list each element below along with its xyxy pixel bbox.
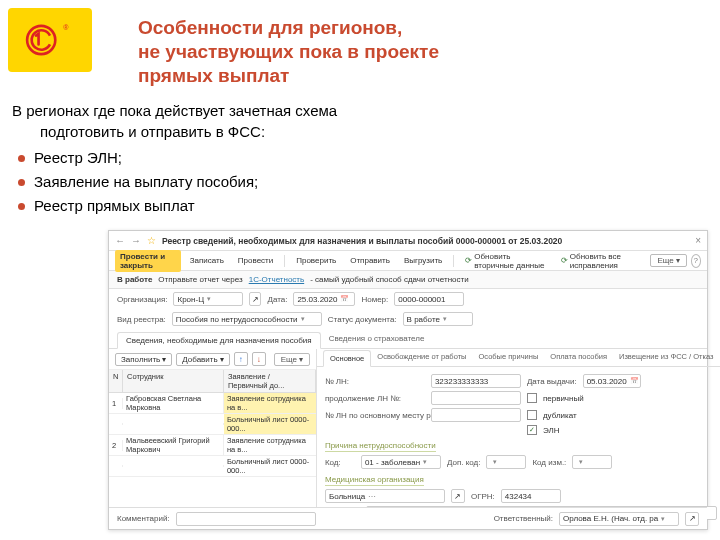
org-open-button[interactable]: ↗ [249, 292, 261, 306]
duplicate-checkbox[interactable] [527, 410, 537, 420]
continuation-label: продолжение ЛН №: [325, 394, 425, 403]
help-button[interactable]: ? [691, 254, 701, 268]
intro-line: В регионах где пока действует зачетная с… [12, 101, 712, 121]
eln-checkbox[interactable]: ✓ [527, 425, 537, 435]
responsible-field[interactable]: Орлова Е.Н. (Нач. отд. ра [559, 512, 679, 526]
window-titlebar: ← → ☆ Реестр сведений, необходимых для н… [109, 231, 707, 251]
bullet-item: Реестр ЭЛН; [12, 148, 712, 168]
table-row[interactable]: Больничный лист 0000-000... [109, 456, 316, 477]
banner-status: В работе [117, 275, 152, 284]
rtab-main[interactable]: Основное [323, 350, 371, 367]
intro-line: подготовить и отправить в ФСС: [40, 122, 712, 142]
comment-field[interactable] [176, 512, 316, 526]
table-row[interactable]: 2 Мальвеевский Григорий Маркович Заявлен… [109, 435, 316, 456]
refresh-button[interactable]: ⟳Обновить вторичные данные [460, 250, 552, 272]
add-button[interactable]: Добавить ▾ [176, 353, 229, 366]
nav-back-icon[interactable]: ← [115, 235, 125, 246]
slide-title: Особенности для регионов, не участвующих… [138, 16, 712, 87]
export-button[interactable]: Выгрузить [399, 254, 447, 267]
tab-insurer[interactable]: Сведения о страхователе [321, 331, 433, 348]
close-icon[interactable]: × [695, 235, 701, 246]
bullet-item: Заявление на выплату пособия; [12, 172, 712, 192]
col-employee: Сотрудник [123, 370, 224, 392]
send-button[interactable]: Отправить [345, 254, 395, 267]
cause-section: Причина нетрудоспособности [325, 440, 436, 452]
title-line: не участвующих пока в проекте [138, 40, 712, 64]
rtab-special[interactable]: Особые причины [472, 349, 544, 366]
rtab-release[interactable]: Освобождение от работы [371, 349, 472, 366]
codechange-field[interactable] [572, 455, 612, 469]
comment-label: Комментарий: [117, 514, 170, 523]
main-toolbar: Провести и закрыть Записать Провести Про… [109, 251, 707, 271]
issue-date-label: Дата выдачи: [527, 377, 577, 386]
number-label: Номер: [361, 295, 388, 304]
info-banner: В работе Отправьте отчет через 1С-Отчетн… [109, 271, 707, 289]
responsible-label: Ответственный: [494, 514, 553, 523]
window-footer: Комментарий: Ответственный: Орлова Е.Н. … [109, 507, 707, 529]
main-tabs: Сведения, необходимые для назначения пос… [109, 331, 707, 349]
status-label: Статус документа: [328, 315, 397, 324]
addcode-field[interactable] [486, 455, 526, 469]
detail-panel: Основное Освобождение от работы Особые п… [317, 349, 720, 529]
tab-info[interactable]: Сведения, необходимые для назначения пос… [117, 332, 321, 349]
nav-fwd-icon[interactable]: → [131, 235, 141, 246]
star-icon[interactable]: ☆ [147, 235, 156, 246]
continuation-field[interactable] [431, 391, 521, 405]
app-window: ← → ☆ Реестр сведений, необходимых для н… [108, 230, 708, 530]
kind-field[interactable]: Пособия по нетрудоспособности [172, 312, 322, 326]
banner-link[interactable]: 1С-Отчетность [249, 275, 305, 284]
rtab-notice[interactable]: Извещение из ФСС / Отказ [613, 349, 719, 366]
col-document: Заявление / Первичный до... [224, 370, 316, 392]
table-row[interactable]: Больничный лист 0000-000... [109, 414, 316, 435]
col-n: N [109, 370, 123, 392]
org-label: Организация: [117, 295, 167, 304]
ln-field[interactable]: 323233333333 [431, 374, 521, 388]
window-title: Реестр сведений, необходимых для назначе… [162, 236, 689, 246]
addcode-label: Доп. код: [447, 458, 481, 467]
ogrn-label: ОГРН: [471, 492, 495, 501]
bullet-item: Реестр прямых выплат [12, 196, 712, 216]
kind-label: Вид реестра: [117, 315, 166, 324]
date-label: Дата: [267, 295, 287, 304]
employee-grid-panel: Заполнить ▾ Добавить ▾ ↑ ↓ Еще▾ N Сотруд… [109, 349, 317, 529]
responsible-open-button[interactable]: ↗ [685, 512, 699, 526]
post-button[interactable]: Провести [233, 254, 278, 267]
date-field[interactable]: 25.03.2020 [293, 292, 355, 306]
post-and-close-button[interactable]: Провести и закрыть [115, 250, 181, 272]
move-up-button[interactable]: ↑ [234, 352, 248, 366]
banner-text: - самый удобный способ сдачи отчетности [310, 275, 468, 284]
move-down-button[interactable]: ↓ [252, 352, 266, 366]
medorg-field[interactable]: Больница [325, 489, 445, 503]
logo-1c: ® [8, 8, 92, 72]
org-field[interactable]: Крон-Ц [173, 292, 243, 306]
mainplace-label: № ЛН по основному месту работы: [325, 411, 425, 420]
title-line: Особенности для регионов, [138, 16, 712, 40]
ln-label: № ЛН: [325, 377, 425, 386]
fixes-button[interactable]: ⟳Обновить все исправления [556, 250, 643, 272]
primary-checkbox[interactable] [527, 393, 537, 403]
fill-button[interactable]: Заполнить ▾ [115, 353, 172, 366]
ogrn-field[interactable]: 432434 [501, 489, 561, 503]
slide-body: В регионах где пока действует зачетная с… [12, 101, 712, 216]
issue-date-field[interactable]: 05.03.2020 [583, 374, 641, 388]
number-field[interactable]: 0000-000001 [394, 292, 464, 306]
title-line: прямых выплат [138, 64, 712, 88]
table-row[interactable]: 1 Габровская Светлана Марковна Заявление… [109, 393, 316, 414]
banner-text: Отправьте отчет через [158, 275, 242, 284]
rtab-payment[interactable]: Оплата пособия [544, 349, 613, 366]
save-button[interactable]: Записать [185, 254, 229, 267]
grid-more-button[interactable]: Еще▾ [274, 353, 310, 366]
mainplace-field[interactable] [431, 408, 521, 422]
svg-text:®: ® [63, 24, 69, 31]
status-field[interactable]: В работе [403, 312, 473, 326]
medorg-section: Медицинская организация [325, 474, 424, 486]
code-label: Код: [325, 458, 355, 467]
medorg-open-button[interactable]: ↗ [451, 489, 465, 503]
more-button[interactable]: Еще▾ [650, 254, 686, 267]
code-field[interactable]: 01 - заболеван [361, 455, 441, 469]
check-button[interactable]: Проверить [291, 254, 341, 267]
codechange-label: Код изм.: [532, 458, 566, 467]
